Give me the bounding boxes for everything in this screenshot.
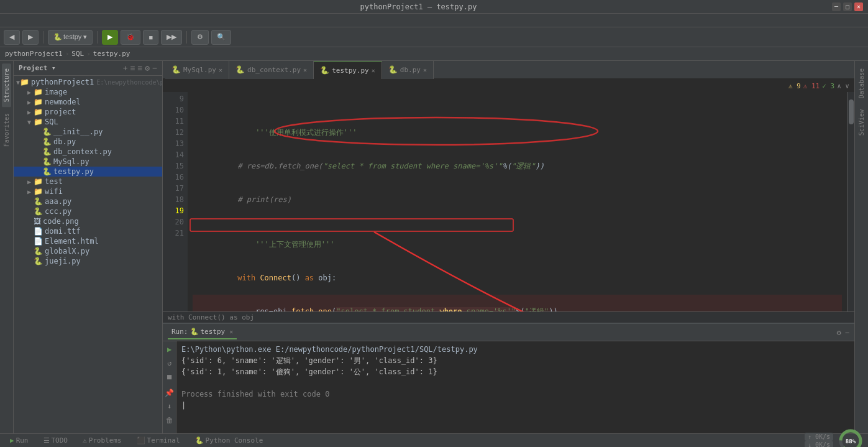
- problems-tab[interactable]: ⚠ Problems: [78, 435, 127, 446]
- run-button[interactable]: ▶: [102, 30, 118, 45]
- database-tab[interactable]: Database: [857, 63, 866, 103]
- todo-icon: ☰: [43, 436, 50, 445]
- tree-domi[interactable]: 📄 domi.ttf: [14, 226, 162, 236]
- tree-element[interactable]: 📄 Element.html: [14, 236, 162, 246]
- python-icon: 🐍: [195, 436, 204, 445]
- maximize-button[interactable]: □: [843, 2, 852, 11]
- run-status-icon: ▶: [10, 436, 14, 445]
- tree-jueji[interactable]: 🐍 jueji.py: [14, 256, 162, 266]
- close-button[interactable]: ✕: [854, 2, 863, 11]
- python-console-tab[interactable]: 🐍 Python Console: [190, 435, 268, 446]
- collapse-icon[interactable]: −: [152, 63, 157, 73]
- toolbar-separator: [43, 31, 43, 44]
- output-path: E:\Python\python.exe E:/newpythoncode/py…: [181, 344, 849, 355]
- run-settings-icon[interactable]: ⚙: [837, 328, 841, 337]
- minimize-button[interactable]: ─: [832, 2, 841, 11]
- run-rerun-btn[interactable]: ↺: [164, 357, 175, 369]
- tree-init[interactable]: 🐍 __init__.py: [14, 127, 162, 137]
- tab-db-context[interactable]: 🐍 db_context.py ✕: [229, 61, 314, 79]
- filter-icon[interactable]: ≡: [138, 63, 143, 73]
- tree-db[interactable]: 🐍 db.py: [14, 137, 162, 147]
- tree-wifi[interactable]: ▶ 📁 wifi: [14, 187, 162, 196]
- run-scroll-btn[interactable]: ⬇: [164, 401, 175, 412]
- close-run-tab[interactable]: ✕: [229, 328, 233, 335]
- todo-tab[interactable]: ☰ TODO: [39, 435, 73, 446]
- output-line-1: {'sid': 6, 'sname': '逻辑', 'gender': '男',…: [181, 355, 849, 366]
- tab-db[interactable]: 🐍 db.py ✕: [382, 61, 434, 79]
- settings-icon[interactable]: ⚙: [145, 63, 150, 73]
- window-title: pythonProject1 – testpy.py: [5, 2, 832, 11]
- code-line-13: # print(res): [193, 183, 842, 216]
- tab-mysql[interactable]: 🐍 MySql.py ✕: [165, 61, 229, 79]
- toolbar-separator-2: [97, 31, 98, 44]
- cpu-gauge: 88%: [838, 428, 863, 448]
- breadcrumb-file[interactable]: testpy.py: [93, 50, 130, 58]
- todo-label: TODO: [52, 436, 68, 445]
- tab-bar: 🐍 MySql.py ✕ 🐍 db_context.py ✕ 🐍 testpy.…: [163, 61, 854, 80]
- tree-sql[interactable]: ▼ 📁 SQL: [14, 117, 162, 127]
- toolbar: ◀ ▶ 🐍 testpy ▾ ▶ 🐞 ■ ▶▶ ⚙ 🔍: [0, 27, 868, 47]
- tree-project[interactable]: ▶ 📁 project: [14, 107, 162, 117]
- file-icon: 🐍: [53, 33, 62, 41]
- close-db-context-tab[interactable]: ✕: [303, 67, 307, 73]
- code-line-9: [193, 93, 842, 104]
- breadcrumb-sql[interactable]: SQL: [71, 50, 84, 58]
- project-label: Project ▾: [19, 64, 56, 72]
- tree-ccc[interactable]: 🐍 ccc.py: [14, 206, 162, 216]
- breadcrumb-project[interactable]: pythonProject1: [5, 50, 63, 58]
- stop-button[interactable]: ■: [143, 30, 158, 45]
- run-pin-btn[interactable]: 📌: [164, 387, 175, 399]
- sciview-tab[interactable]: SciView: [857, 104, 866, 141]
- tree-root[interactable]: ▼ 📁 pythonProject1 E:\newpythoncode\pyth…: [14, 77, 162, 87]
- tree-testpy[interactable]: 🐍 testpy.py: [14, 167, 162, 177]
- scrollbar-track[interactable]: [847, 92, 854, 311]
- tab-testpy[interactable]: 🐍 testpy.py ✕: [314, 61, 382, 79]
- back-button[interactable]: ◀: [4, 30, 20, 45]
- run-stop-btn[interactable]: ■: [164, 371, 175, 382]
- right-vtabs: Database SciView: [854, 61, 868, 447]
- run-play-btn[interactable]: ▶: [164, 344, 175, 355]
- main-area: Structure Favorites Project ▾ + ≡ ≡ ⚙ − …: [0, 61, 868, 447]
- close-mysql-tab[interactable]: ✕: [219, 67, 222, 73]
- tree-globalx[interactable]: 🐍 globalX.py: [14, 246, 162, 256]
- tree-newmodel[interactable]: ▶ 📁 newmodel: [14, 97, 162, 107]
- run-coverage-button[interactable]: ▶▶: [161, 30, 182, 45]
- editor-statusbar: with Connect() as obj: [163, 311, 854, 323]
- speed-down: ↓ 0K/s: [805, 441, 833, 448]
- project-dropdown[interactable]: 🐍 testpy ▾: [48, 30, 93, 45]
- window-controls: ─ □ ✕: [832, 2, 863, 11]
- scrollbar-thumb[interactable]: [849, 99, 854, 124]
- run-tab-active[interactable]: Run: 🐍 testpy ✕: [168, 325, 237, 339]
- debug-button[interactable]: 🐞: [121, 30, 140, 45]
- tree-test[interactable]: ▶ 📁 test: [14, 177, 162, 187]
- tree-code-png[interactable]: 🖼 code.png: [14, 216, 162, 226]
- tree-mysql[interactable]: 🐍 MySql.py: [14, 157, 162, 167]
- forward-button[interactable]: ▶: [22, 30, 39, 45]
- structure-tab[interactable]: Structure: [2, 63, 11, 107]
- code-editor[interactable]: 9 10 11 12 13 14 15 16 17 18 19 20 21: [163, 92, 854, 311]
- code-content[interactable]: '''使用单利模式进行操作''' # res=db.fetch_one("sel…: [188, 92, 847, 311]
- run-minimize-icon[interactable]: −: [845, 328, 849, 337]
- tree-db-context[interactable]: 🐍 db_context.py: [14, 147, 162, 157]
- tree-image[interactable]: ▶ 📁 image: [14, 87, 162, 97]
- settings-button[interactable]: ⚙: [191, 30, 209, 45]
- close-testpy-tab[interactable]: ✕: [372, 67, 375, 74]
- run-clear-btn[interactable]: 🗑: [164, 415, 175, 426]
- run-status-tab[interactable]: ▶ Run: [5, 435, 34, 446]
- close-db-tab[interactable]: ✕: [423, 67, 427, 73]
- warning-icon: ⚠ 9: [788, 82, 801, 90]
- terminal-tab[interactable]: ⬛ Terminal: [132, 435, 185, 446]
- output-finished: Process finished with exit code 0: [181, 389, 849, 400]
- tree-aaa[interactable]: 🐍 aaa.py: [14, 196, 162, 206]
- editor-area: 🐍 MySql.py ✕ 🐍 db_context.py ✕ 🐍 testpy.…: [163, 61, 854, 447]
- favorites-tab[interactable]: Favorites: [2, 108, 11, 152]
- file-tree-sidebar: Project ▾ + ≡ ≡ ⚙ − ▼ 📁 pythonProject1 E…: [14, 61, 163, 447]
- add-icon[interactable]: +: [123, 63, 128, 73]
- layout-icon[interactable]: ≡: [130, 63, 135, 73]
- breadcrumb: pythonProject1 › SQL › testpy.py: [0, 47, 868, 61]
- run-panel: Run: 🐍 testpy ✕ ⚙ − ▶ ↺ ■ 📌 ⬇: [163, 323, 854, 447]
- title-bar: pythonProject1 – testpy.py ─ □ ✕: [0, 0, 868, 14]
- search-button[interactable]: 🔍: [211, 30, 231, 45]
- status-bar: ▶ Run ☰ TODO ⚠ Problems ⬛ Terminal 🐍 Pyt…: [0, 433, 868, 447]
- output-line-2: {'sid': 1, 'sname': '傻狗', 'gender': '公',…: [181, 366, 849, 377]
